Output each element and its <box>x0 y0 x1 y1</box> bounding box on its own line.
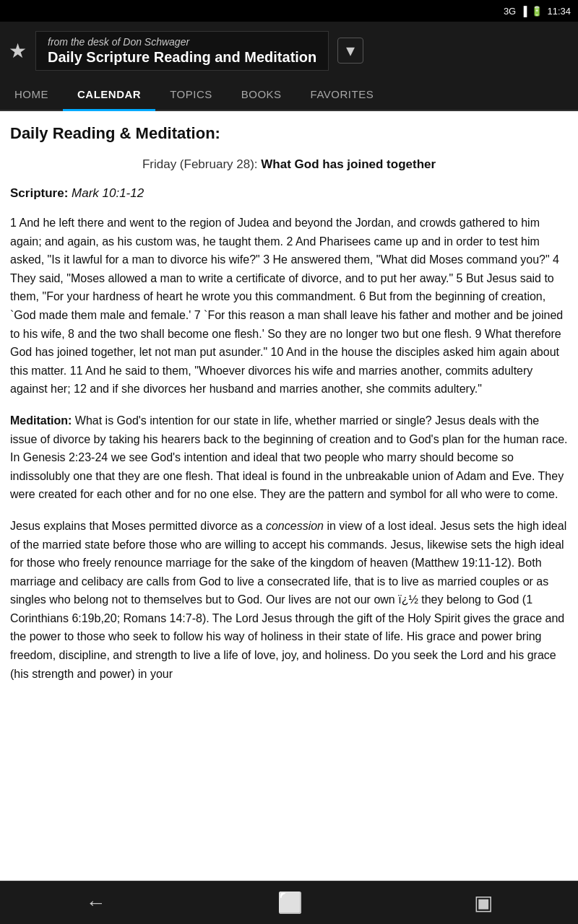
meditation-text2-part2: in view of a lost ideal. Jesus sets the … <box>10 520 566 680</box>
favorite-star-icon[interactable]: ★ <box>9 39 27 63</box>
recents-button[interactable]: ▣ <box>460 885 507 920</box>
signal-icon: ▐ <box>520 6 527 17</box>
nav-tabs: HOME CALENDAR TOPICS BOOKS FAVORITES <box>0 79 578 111</box>
page-title: Daily Reading & Meditation: <box>10 124 568 143</box>
app-header: ★ from the desk of Don Schwager Daily Sc… <box>0 22 578 79</box>
clock: 11:34 <box>547 6 571 17</box>
scripture-ref: Mark 10:1-12 <box>72 186 144 200</box>
date-text: Friday (February 28): <box>142 157 258 171</box>
dropdown-button[interactable]: ▾ <box>337 38 363 64</box>
reading-title: What God has joined together <box>261 157 436 171</box>
tab-calendar[interactable]: CALENDAR <box>63 79 155 111</box>
date-line: Friday (February 28): What God has joine… <box>10 157 568 172</box>
meditation-text2-part1: Jesus explains that Moses permitted divo… <box>10 520 266 532</box>
back-button[interactable]: ← <box>72 886 121 920</box>
tab-books[interactable]: BOOKS <box>227 79 296 111</box>
network-indicator: 3G <box>504 6 516 17</box>
concession-italic: concession <box>266 520 324 532</box>
scripture-label: Scripture: <box>10 186 68 200</box>
scripture-body: 1 And he left there and went to the regi… <box>10 214 568 398</box>
tab-topics[interactable]: TOPICS <box>155 79 227 111</box>
meditation-paragraph1: Meditation: What is God's intention for … <box>10 411 568 504</box>
scripture-line: Scripture: Mark 10:1-12 <box>10 186 568 201</box>
meditation-label: Meditation: <box>10 414 72 427</box>
main-content: Daily Reading & Meditation: Friday (Febr… <box>0 111 578 881</box>
header-subtitle: from the desk of Don Schwager <box>48 36 316 48</box>
meditation-text1: What is God's intention for our state in… <box>10 414 568 500</box>
header-banner: from the desk of Don Schwager Daily Scri… <box>35 31 329 71</box>
meditation-paragraph2: Jesus explains that Moses permitted divo… <box>10 517 568 683</box>
header-title: Daily Scripture Reading and Meditation <box>48 49 316 66</box>
tab-home[interactable]: HOME <box>0 79 63 111</box>
home-button[interactable]: ⬜ <box>263 885 317 920</box>
status-bar: 3G ▐ 🔋 11:34 <box>0 0 578 22</box>
tab-favorites[interactable]: FAVORITES <box>296 79 389 111</box>
battery-icon: 🔋 <box>531 6 543 17</box>
bottom-nav: ← ⬜ ▣ <box>0 881 578 924</box>
